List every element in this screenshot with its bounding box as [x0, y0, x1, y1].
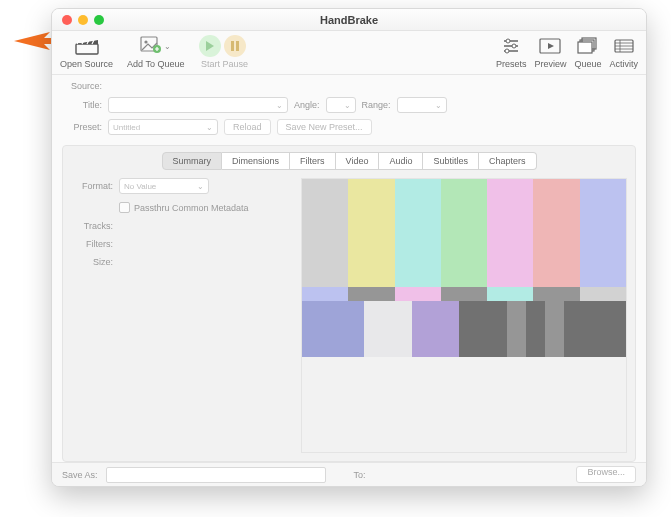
preview-icon: [538, 35, 562, 57]
open-source-button[interactable]: Open Source: [60, 35, 113, 69]
tracks-label: Tracks:: [71, 221, 113, 231]
source-label: Source:: [62, 81, 102, 91]
toolbar: Open Source ⌄ Add To Queue Start Pause: [52, 31, 646, 75]
size-label: Size:: [71, 257, 113, 267]
svg-point-8: [506, 39, 510, 43]
bottom-bar: Save As: To: Browse...: [52, 462, 646, 486]
passthru-label: Passthru Common Metadata: [134, 203, 249, 213]
tab-summary[interactable]: Summary: [162, 152, 223, 170]
range-label: Range:: [362, 100, 391, 110]
photo-plus-icon: [140, 36, 162, 56]
svg-marker-12: [548, 43, 554, 49]
format-label: Format:: [71, 181, 113, 191]
tab-chapters[interactable]: Chapters: [479, 152, 537, 170]
preview-button[interactable]: Preview: [534, 35, 566, 69]
presets-button[interactable]: Presets: [496, 35, 527, 69]
activity-button[interactable]: Activity: [609, 35, 638, 69]
svg-rect-1: [76, 44, 98, 54]
svg-point-3: [145, 40, 148, 43]
start-button[interactable]: Start: [198, 35, 222, 69]
svg-marker-0: [14, 32, 56, 50]
passthru-checkbox[interactable]: [119, 202, 130, 213]
play-icon: [199, 35, 221, 57]
queue-icon: [576, 35, 600, 57]
angle-popup[interactable]: [326, 97, 356, 113]
clapperboard-icon: [75, 35, 99, 57]
reload-button[interactable]: Reload: [224, 119, 271, 135]
pause-icon: [224, 35, 246, 57]
add-to-queue-button[interactable]: ⌄ Add To Queue: [127, 35, 184, 69]
format-popup[interactable]: No Value: [119, 178, 209, 194]
queue-button[interactable]: Queue: [574, 35, 601, 69]
svg-marker-5: [206, 41, 214, 51]
content-area: Source: Title: Angle: Range: Preset: Unt…: [52, 75, 646, 462]
titlebar: HandBrake: [52, 9, 646, 31]
svg-rect-6: [231, 41, 234, 51]
app-window: HandBrake Open Source ⌄ Add To Queue Sta: [51, 8, 647, 487]
tab-subtitles[interactable]: Subtitles: [423, 152, 479, 170]
preset-label: Preset:: [62, 122, 102, 132]
save-as-label: Save As:: [62, 470, 98, 480]
window-title: HandBrake: [52, 14, 646, 26]
save-new-preset-button[interactable]: Save New Preset...: [277, 119, 372, 135]
browse-button[interactable]: Browse...: [576, 466, 636, 483]
tab-video[interactable]: Video: [336, 152, 380, 170]
tab-dimensions[interactable]: Dimensions: [222, 152, 290, 170]
tab-filters[interactable]: Filters: [290, 152, 336, 170]
title-popup[interactable]: [108, 97, 288, 113]
angle-label: Angle:: [294, 100, 320, 110]
svg-rect-15: [578, 42, 592, 53]
chevron-down-icon[interactable]: ⌄: [164, 42, 171, 51]
activity-icon: [612, 35, 636, 57]
save-as-field[interactable]: [106, 467, 326, 483]
summary-sidebar: Format: No Value Passthru Common Metadat…: [71, 178, 291, 453]
tab-bar: Summary Dimensions Filters Video Audio S…: [71, 152, 627, 170]
main-panel: Summary Dimensions Filters Video Audio S…: [62, 145, 636, 462]
svg-point-10: [505, 49, 509, 53]
pause-button[interactable]: Pause: [222, 35, 248, 69]
svg-point-9: [512, 44, 516, 48]
tab-audio[interactable]: Audio: [379, 152, 423, 170]
svg-rect-7: [236, 41, 239, 51]
preview-area: [301, 178, 627, 453]
pointer-arrow-icon: [14, 30, 56, 54]
filters-label: Filters:: [71, 239, 113, 249]
title-label: Title:: [62, 100, 102, 110]
to-label: To:: [354, 470, 366, 480]
preset-popup[interactable]: Untitled: [108, 119, 218, 135]
sliders-icon: [499, 35, 523, 57]
range-popup[interactable]: [397, 97, 447, 113]
